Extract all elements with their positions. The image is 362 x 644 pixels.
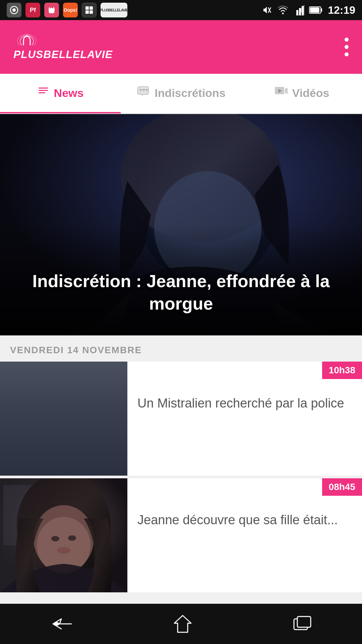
svg-marker-54: [174, 615, 191, 632]
svg-rect-15: [310, 7, 319, 13]
app-header: PLUSBELLELAVIE: [0, 20, 362, 74]
news-card-title-1: Un Mistralien recherché par la police: [137, 395, 344, 412]
clock: 12:19: [328, 4, 355, 16]
news-card[interactable]: 10h38 Un Mistralien recherché par la pol…: [0, 362, 362, 476]
app-icon-circle[interactable]: [7, 3, 21, 17]
svg-rect-12: [302, 6, 304, 15]
app-logo: PLUSBELLELAVIE: [13, 34, 113, 61]
tab-indiscretions-label: Indiscrétions: [155, 87, 226, 100]
svg-rect-43: [44, 425, 70, 445]
svg-rect-23: [146, 89, 148, 91]
svg-rect-31: [54, 362, 127, 476]
news-card-2[interactable]: 08h45 Jeanne découvre que sa fille était…: [0, 478, 362, 592]
app-icon-cat[interactable]: [44, 3, 59, 17]
status-system-icons: [261, 5, 322, 15]
battery-icon: [309, 5, 322, 15]
news-card-content-1: 10h38 Un Mistralien recherché par la pol…: [127, 362, 362, 476]
status-bar: Pf Oops! PLUSBELLELAVIE: [0, 0, 362, 20]
hero-title: Indiscrétion : Jeanne, effondrée à la mo…: [0, 270, 362, 315]
app-icon-plusbellavie[interactable]: PLUSBELLELAVIE: [101, 3, 127, 17]
signal-icon: [294, 5, 304, 15]
news-card-content-2: 08h45 Jeanne découvre que sa fille était…: [127, 478, 362, 592]
app-icon-oops[interactable]: Oops!: [63, 3, 78, 17]
svg-point-1: [12, 8, 16, 12]
videos-icon: [274, 86, 288, 101]
svg-point-39: [20, 387, 47, 417]
news-time-badge-1: 10h38: [322, 362, 362, 379]
menu-button[interactable]: [345, 38, 349, 56]
svg-rect-17: [39, 90, 48, 91]
svg-rect-30: [0, 362, 127, 476]
svg-rect-5: [89, 10, 93, 14]
nav-tabs: News Indiscrétions Vidéos: [0, 74, 362, 114]
indiscretions-icon: [136, 86, 150, 101]
svg-point-8: [282, 13, 284, 14]
svg-point-53: [57, 547, 70, 554]
tab-videos-label: Vidéos: [292, 87, 329, 100]
hero-banner[interactable]: Indiscrétion : Jeanne, effondrée à la mo…: [0, 114, 362, 335]
svg-rect-56: [297, 616, 311, 627]
tab-indiscretions[interactable]: Indiscrétions: [121, 74, 241, 113]
app-icon-pf[interactable]: Pf: [25, 3, 40, 17]
svg-rect-40: [20, 417, 47, 476]
tab-news[interactable]: News: [0, 74, 121, 113]
date-separator: VENDREDI 14 NOVEMBRE: [0, 335, 362, 362]
svg-point-51: [51, 536, 59, 541]
wifi-icon: [277, 5, 289, 15]
date-text: VENDREDI 14 NOVEMBRE: [10, 345, 142, 355]
tab-videos[interactable]: Vidéos: [241, 74, 362, 113]
svg-rect-10: [296, 10, 298, 15]
bottom-nav: [0, 604, 362, 644]
svg-rect-11: [299, 8, 301, 15]
svg-point-52: [68, 535, 76, 541]
app-icon-grid[interactable]: [82, 3, 97, 17]
svg-rect-2: [85, 6, 89, 10]
mute-icon: [261, 5, 272, 15]
logo-text: PLUSBELLELAVIE: [13, 48, 113, 61]
svg-rect-21: [140, 89, 142, 91]
status-right: 12:19: [261, 4, 355, 16]
recents-button[interactable]: [292, 615, 312, 633]
svg-rect-42: [82, 422, 106, 476]
svg-rect-44: [0, 455, 127, 476]
svg-rect-14: [321, 8, 322, 12]
svg-point-41: [82, 395, 106, 422]
home-button[interactable]: [173, 614, 193, 634]
news-card-title-2: Jeanne découvre que sa fille était...: [137, 512, 338, 528]
news-icon: [37, 86, 49, 101]
svg-rect-4: [85, 10, 89, 14]
back-button[interactable]: [50, 615, 73, 632]
news-card-image-2: [0, 478, 127, 592]
status-app-icons: Pf Oops! PLUSBELLELAVIE: [7, 3, 127, 17]
svg-rect-16: [39, 88, 48, 89]
svg-rect-3: [89, 6, 93, 10]
logo-icon: [13, 34, 40, 48]
news-list: 10h38 Un Mistralien recherché par la pol…: [0, 362, 362, 592]
tab-news-label: News: [54, 87, 84, 100]
svg-rect-18: [39, 92, 45, 93]
svg-rect-22: [143, 89, 145, 91]
news-card-image-1: [0, 362, 127, 476]
news-time-badge-2: 08h45: [322, 478, 362, 496]
